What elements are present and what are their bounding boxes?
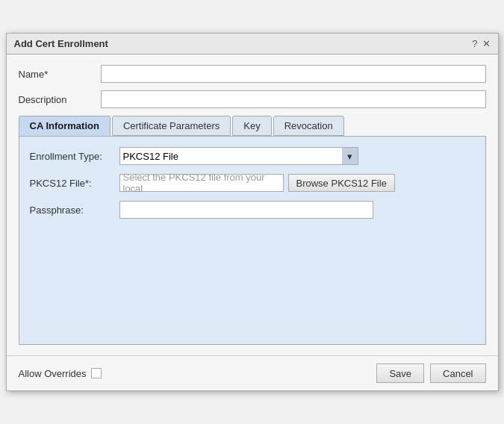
description-label: Description [19, 94, 101, 105]
dialog-footer: Allow Overrides Save Cancel [7, 355, 498, 390]
dialog-body: Name* Description CA Information Certifi… [7, 54, 498, 355]
enrollment-type-select-wrapper: PKCS12 File SCEP Manual ▾ [119, 147, 358, 165]
footer-buttons: Save Cancel [376, 364, 485, 383]
allow-overrides-label: Allow Overrides [19, 368, 87, 379]
tab-content-ca-information: Enrollment Type: PKCS12 File SCEP Manual… [19, 136, 486, 345]
dialog-titlebar: Add Cert Enrollment ? ✕ [7, 34, 498, 54]
tab-revocation[interactable]: Revocation [273, 116, 344, 136]
enrollment-type-row: Enrollment Type: PKCS12 File SCEP Manual… [30, 147, 475, 165]
pkcs12-file-row: PKCS12 File*: Select the PKCS12 file fro… [30, 174, 475, 192]
tab-list: CA Information Certificate Parameters Ke… [19, 116, 486, 136]
cancel-button[interactable]: Cancel [430, 364, 485, 383]
description-input[interactable] [101, 90, 486, 108]
enrollment-type-label: Enrollment Type: [30, 151, 119, 162]
browse-pkcs12-button[interactable]: Browse PKCS12 File [288, 174, 395, 192]
passphrase-label: Passphrase: [30, 205, 119, 216]
tab-key[interactable]: Key [232, 116, 271, 136]
allow-overrides-section: Allow Overrides [19, 368, 102, 379]
pkcs12-file-label: PKCS12 File*: [30, 178, 119, 189]
description-row: Description [19, 90, 486, 108]
tab-ca-information[interactable]: CA Information [19, 116, 111, 136]
dialog-title: Add Cert Enrollment [14, 38, 108, 49]
tabs-container: CA Information Certificate Parameters Ke… [19, 116, 486, 345]
file-input-row: Select the PKCS12 file from your local B… [119, 174, 395, 192]
name-label: Name* [19, 69, 101, 80]
pkcs12-file-path-display: Select the PKCS12 file from your local [119, 174, 284, 192]
help-button[interactable]: ? [472, 38, 477, 49]
save-button[interactable]: Save [376, 364, 424, 383]
name-input[interactable] [101, 65, 486, 83]
enrollment-type-select[interactable]: PKCS12 File SCEP Manual [119, 147, 358, 165]
passphrase-input[interactable] [119, 201, 373, 219]
allow-overrides-checkbox[interactable] [91, 368, 102, 378]
passphrase-row: Passphrase: [30, 201, 475, 219]
add-cert-enrollment-dialog: Add Cert Enrollment ? ✕ Name* Descriptio… [6, 33, 499, 391]
name-row: Name* [19, 65, 486, 83]
tab-certificate-parameters[interactable]: Certificate Parameters [112, 116, 231, 136]
close-button[interactable]: ✕ [482, 38, 491, 49]
dialog-controls: ? ✕ [472, 38, 490, 49]
